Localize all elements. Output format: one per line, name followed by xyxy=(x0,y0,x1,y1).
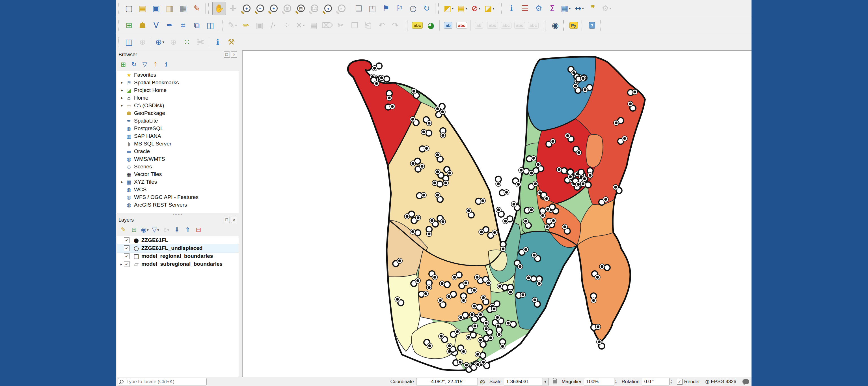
select-features-by-value-icon[interactable]: ▤▾ xyxy=(456,2,469,15)
style-manager-icon[interactable]: ✎ xyxy=(190,2,203,15)
browser-item-postgresql[interactable]: ◍PostgreSQL xyxy=(117,124,239,132)
layer-item-model-regional-boundaries[interactable]: ✓□model_regional_boundaries xyxy=(117,252,239,260)
browser-item-spatial-bookmarks[interactable]: ▸⚑Spatial Bookmarks xyxy=(117,79,239,86)
locator-bar[interactable] xyxy=(118,378,207,385)
python-console-icon[interactable]: Py xyxy=(567,19,580,32)
add-selected-layer-icon[interactable]: ⊞ xyxy=(118,60,128,69)
help-contents-icon[interactable]: ? xyxy=(586,19,598,32)
browser-item-sap-hana[interactable]: ▦SAP HANA xyxy=(117,132,239,140)
toolbar-drag-handle[interactable] xyxy=(119,20,121,31)
browser-item-home[interactable]: ▸⌂Home xyxy=(117,94,239,101)
filter-legend-icon[interactable]: ▽▾ xyxy=(150,225,161,235)
new-3d-map-view-icon[interactable]: ◳ xyxy=(366,2,379,15)
toolbar-drag-handle[interactable] xyxy=(563,20,566,31)
plugin-settings-icon[interactable]: ⚒ xyxy=(225,36,238,49)
toolbar-drag-handle[interactable] xyxy=(119,3,121,13)
browser-item-xyz-tiles[interactable]: ▸▩XYZ Tiles xyxy=(117,178,239,186)
highlight-pinned-labels-icon[interactable]: abc xyxy=(455,19,468,32)
remove-layer-icon[interactable]: ⊟ xyxy=(193,225,204,235)
select-by-location-icon[interactable]: ◪▾ xyxy=(483,2,496,15)
toggle-editing-icon[interactable]: ✏ xyxy=(240,19,252,32)
map-canvas[interactable] xyxy=(242,50,751,377)
expand-arrow-icon[interactable]: ▸ xyxy=(119,88,125,92)
toolbar-drag-handle[interactable] xyxy=(582,20,584,31)
browser-item-c-osdisk[interactable]: ▸▭C:\ (OSDisk) xyxy=(117,101,239,109)
toolbar-drag-handle[interactable] xyxy=(501,3,503,13)
pin-labels-icon[interactable]: ab xyxy=(442,19,455,32)
new-project-icon[interactable]: ▢ xyxy=(122,2,135,15)
scale-dropdown-button[interactable]: ▼ xyxy=(542,378,549,385)
layer-visibility-checkbox[interactable]: ✓ xyxy=(124,237,129,243)
magnifier-field[interactable]: 100% xyxy=(584,378,614,385)
new-shapefile-layer-icon[interactable]: V xyxy=(150,19,162,32)
toolbar-drag-handle[interactable] xyxy=(545,20,547,31)
map-tips-icon[interactable]: ❞ xyxy=(586,2,599,15)
expand-arrow-icon[interactable]: ▸ xyxy=(119,80,125,85)
browser-item-wms-wmts[interactable]: ◍WMS/WMTS xyxy=(117,155,239,163)
browser-item-geopackage[interactable]: ☗GeoPackage xyxy=(117,109,239,117)
identify-features-icon[interactable]: ℹ xyxy=(505,2,518,15)
extents-tracking-icon[interactable]: ◎ xyxy=(480,378,485,385)
scale-combo[interactable]: 1:3635031 xyxy=(504,378,542,385)
zoom-last-icon[interactable]: ◂ xyxy=(321,2,335,15)
browser-item-favorites[interactable]: ★Favorites xyxy=(117,71,239,79)
new-memory-layer-icon[interactable]: ⌗ xyxy=(177,19,190,32)
messages-icon[interactable] xyxy=(742,379,749,384)
toolbar-drag-handle[interactable] xyxy=(208,3,211,13)
refresh-browser-icon[interactable]: ↻ xyxy=(129,60,139,69)
browser-item-wcs[interactable]: ◍WCS xyxy=(117,186,239,193)
new-spatial-bookmark-icon[interactable]: ⚑ xyxy=(379,2,393,15)
zoom-full-icon[interactable]: ✦ xyxy=(267,2,280,15)
browser-item-wfs-ogc-api-features[interactable]: ◍WFS / OGC API - Features xyxy=(117,193,239,201)
processing-toolbox-icon[interactable]: ⚙ xyxy=(532,2,545,15)
expand-arrow-icon[interactable]: ▸ xyxy=(119,262,124,266)
filter-browser-icon[interactable]: ▽ xyxy=(140,60,150,69)
render-checkbox[interactable]: ✓ xyxy=(677,379,683,385)
layer-visibility-checkbox[interactable]: ✓ xyxy=(124,253,129,259)
measure-line-icon[interactable]: ↔▾ xyxy=(573,2,586,15)
layers-float-button[interactable]: ❐ xyxy=(224,217,230,223)
panel-splitter[interactable]: •••••• xyxy=(116,213,240,216)
browser-float-button[interactable]: ❐ xyxy=(224,52,230,58)
coordinate-field[interactable]: -4.082°, 22.415° xyxy=(416,378,478,385)
layer-visibility-checkbox[interactable]: ✓ xyxy=(124,245,129,251)
sum-statistics-icon[interactable]: Σ xyxy=(546,2,559,15)
open-attribute-table-icon[interactable]: ▦▾ xyxy=(559,2,572,15)
pan-map-icon[interactable]: ✋ xyxy=(212,2,226,15)
expand-arrow-icon[interactable]: ▸ xyxy=(119,180,125,184)
new-spatialite-layer-icon[interactable]: ✒ xyxy=(163,19,176,32)
new-map-view-icon[interactable]: ❏ xyxy=(352,2,365,15)
save-project-icon[interactable]: ▣ xyxy=(150,2,162,15)
browser-item-vector-tiles[interactable]: ▦Vector Tiles xyxy=(117,170,239,178)
metasearch-icon[interactable]: ◉ xyxy=(549,19,562,32)
expand-arrow-icon[interactable]: ▸ xyxy=(119,103,125,108)
layer-labeling-options-icon[interactable]: abc xyxy=(411,19,424,32)
collapse-all-icon[interactable]: ⇑ xyxy=(150,60,161,69)
open-project-icon[interactable]: ▤ xyxy=(136,2,149,15)
expand-all-icon[interactable]: ⇓ xyxy=(172,225,182,235)
collapse-all-layers-icon[interactable]: ⇑ xyxy=(183,225,193,235)
lock-scale-icon[interactable] xyxy=(553,380,557,383)
locate-input[interactable] xyxy=(126,379,198,385)
plugin-crosshair-box-icon[interactable]: ⊕▾ xyxy=(153,36,166,49)
browser-item-spatialite[interactable]: ✒SpatiaLite xyxy=(117,117,239,124)
plugin-displacement-tool-icon[interactable]: ◫ xyxy=(122,36,135,49)
statistical-summary-icon[interactable]: ☰ xyxy=(519,2,531,15)
browser-close-button[interactable]: ✕ xyxy=(231,52,237,58)
layer-item-model-subregional-boundaries[interactable]: ▸✓▱model_subregional_boundaries xyxy=(117,260,239,268)
new-geopackage-layer-icon[interactable]: ☗ xyxy=(136,19,149,32)
toolbar-drag-handle[interactable] xyxy=(119,37,121,47)
browser-item-oracle[interactable]: ▬Oracle xyxy=(117,147,239,155)
manage-map-themes-icon[interactable]: ◉▾ xyxy=(140,225,150,235)
temporal-controller-icon[interactable]: ◷ xyxy=(407,2,420,15)
toolbar-drag-handle[interactable] xyxy=(407,20,409,31)
layers-close-button[interactable]: ✕ xyxy=(231,217,237,223)
rotation-spinner[interactable]: ▲▼ xyxy=(670,379,672,384)
show-spatial-bookmarks-icon[interactable]: ⚐ xyxy=(393,2,406,15)
browser-item-project-home[interactable]: ▸◪Project Home xyxy=(117,86,239,94)
toolbar-drag-handle[interactable] xyxy=(438,3,441,13)
zoom-in-icon[interactable]: + xyxy=(240,2,253,15)
layer-diagram-options-icon[interactable]: ◕ xyxy=(424,19,437,32)
layer-item-zzge61fl[interactable]: ✓●ZZGE61FL xyxy=(117,236,239,244)
plugin-info-icon[interactable]: ℹ xyxy=(211,36,224,49)
